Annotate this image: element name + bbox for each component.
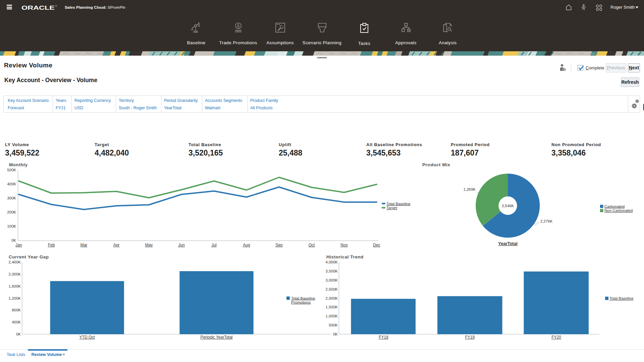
svg-text:Non Carbonated: Non Carbonated: [604, 208, 633, 213]
svg-text:1,500K: 1,500K: [326, 305, 338, 309]
svg-text:0K: 0K: [11, 238, 16, 242]
svg-text:FY20: FY20: [551, 335, 561, 340]
svg-text:Target: Target: [386, 206, 397, 210]
svg-text:Nov: Nov: [340, 243, 347, 247]
svg-text:Oct: Oct: [309, 243, 315, 247]
svg-text:YearTotal: YearTotal: [498, 241, 518, 246]
svg-text:100K: 100K: [7, 224, 16, 228]
svg-text:2,000K: 2,000K: [9, 272, 21, 276]
svg-text:2,000K: 2,000K: [326, 296, 338, 300]
svg-text:Feb: Feb: [48, 243, 55, 247]
svg-text:Aug: Aug: [243, 243, 250, 247]
svg-text:1,269K: 1,269K: [464, 187, 476, 191]
svg-text:FY19: FY19: [465, 335, 475, 340]
svg-text:Total Baseline: Total Baseline: [386, 202, 411, 206]
svg-text:YTD Oct: YTD Oct: [79, 335, 95, 340]
svg-text:400K: 400K: [12, 320, 21, 324]
svg-text:May: May: [145, 243, 153, 247]
svg-text:4,000K: 4,000K: [326, 260, 338, 264]
svg-text:3,546K: 3,546K: [502, 204, 514, 208]
svg-text:2,400K: 2,400K: [9, 260, 21, 264]
svg-text:1,000K: 1,000K: [326, 314, 338, 318]
svg-text:Dec: Dec: [373, 243, 380, 247]
svg-text:0K: 0K: [16, 332, 21, 336]
svg-text:Apr: Apr: [113, 243, 120, 247]
svg-text:3,500K: 3,500K: [326, 269, 338, 273]
svg-text:Periodic YearTotal: Periodic YearTotal: [200, 335, 232, 340]
svg-text:200K: 200K: [7, 210, 16, 214]
svg-text:1,600K: 1,600K: [9, 284, 21, 288]
svg-text:Promotions: Promotions: [291, 300, 311, 304]
svg-text:800K: 800K: [12, 308, 21, 312]
svg-text:Jun: Jun: [178, 243, 184, 247]
svg-text:Mar: Mar: [80, 243, 88, 247]
svg-text:FY18: FY18: [379, 335, 388, 340]
svg-text:500K: 500K: [329, 323, 338, 327]
svg-text:300K: 300K: [7, 196, 16, 200]
svg-text:Total Baseline: Total Baseline: [291, 296, 315, 300]
svg-text:?: ?: [564, 68, 565, 71]
svg-text:2,500K: 2,500K: [326, 287, 338, 291]
svg-text:Total Baseline: Total Baseline: [609, 296, 634, 300]
svg-text:1,200K: 1,200K: [9, 296, 21, 300]
svg-text:500K: 500K: [7, 168, 16, 172]
svg-text:2,276K: 2,276K: [540, 219, 553, 223]
svg-text:3,000K: 3,000K: [326, 278, 338, 282]
svg-text:0K: 0K: [333, 332, 338, 336]
svg-text:Jan: Jan: [15, 243, 22, 247]
svg-text:Sep: Sep: [275, 243, 283, 247]
svg-text:400K: 400K: [7, 182, 16, 186]
svg-text:Jul: Jul: [211, 243, 216, 247]
svg-text:Carbonated: Carbonated: [604, 204, 625, 208]
